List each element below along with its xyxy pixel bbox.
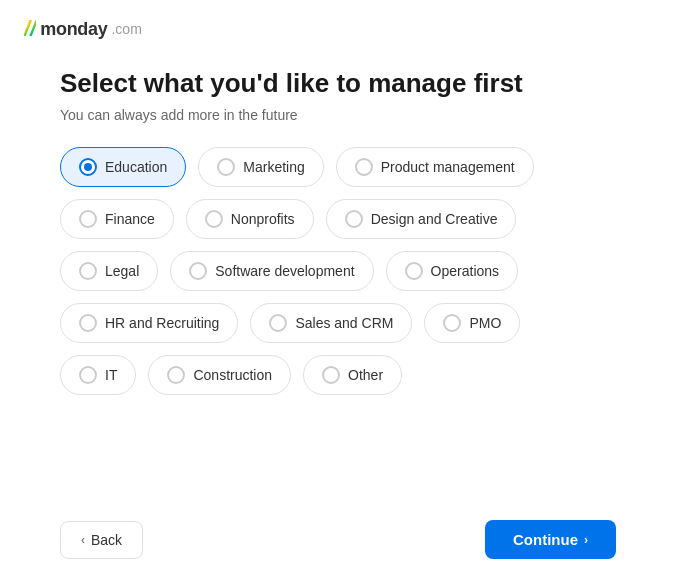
option-chip-education[interactable]: Education [60,147,186,187]
radio-circle-design-and-creative [345,210,363,228]
option-label-other: Other [348,367,383,383]
radio-circle-construction [167,366,185,384]
option-label-finance: Finance [105,211,155,227]
radio-circle-legal [79,262,97,280]
radio-circle-operations [405,262,423,280]
option-label-construction: Construction [193,367,272,383]
footer: ‹ Back Continue › [0,504,676,575]
radio-circle-sales-and-crm [269,314,287,332]
radio-circle-finance [79,210,97,228]
option-chip-marketing[interactable]: Marketing [198,147,323,187]
option-label-hr-and-recruiting: HR and Recruiting [105,315,219,331]
radio-circle-marketing [217,158,235,176]
back-button-label: Back [91,532,122,548]
option-chip-finance[interactable]: Finance [60,199,174,239]
option-label-legal: Legal [105,263,139,279]
option-chip-it[interactable]: IT [60,355,136,395]
header: // monday.com [0,0,676,58]
chevron-right-icon: › [584,533,588,547]
option-chip-construction[interactable]: Construction [148,355,291,395]
radio-dot-education [84,163,92,171]
option-label-sales-and-crm: Sales and CRM [295,315,393,331]
radio-circle-pmo [443,314,461,332]
page-subtitle: You can always add more in the future [60,107,616,123]
option-chip-other[interactable]: Other [303,355,402,395]
option-chip-nonprofits[interactable]: Nonprofits [186,199,314,239]
option-chip-pmo[interactable]: PMO [424,303,520,343]
radio-circle-education [79,158,97,176]
option-chip-product-management[interactable]: Product management [336,147,534,187]
option-label-education: Education [105,159,167,175]
option-label-pmo: PMO [469,315,501,331]
main-content: Select what you'd like to manage first Y… [0,58,676,504]
page-title: Select what you'd like to manage first [60,68,616,99]
options-grid: EducationMarketingProduct managementFina… [60,147,606,395]
continue-button[interactable]: Continue › [485,520,616,559]
option-label-design-and-creative: Design and Creative [371,211,498,227]
option-label-marketing: Marketing [243,159,304,175]
option-label-product-management: Product management [381,159,515,175]
option-label-it: IT [105,367,117,383]
option-chip-software-development[interactable]: Software development [170,251,373,291]
options-container: EducationMarketingProduct managementFina… [60,147,616,484]
option-chip-hr-and-recruiting[interactable]: HR and Recruiting [60,303,238,343]
option-chip-design-and-creative[interactable]: Design and Creative [326,199,517,239]
option-label-software-development: Software development [215,263,354,279]
radio-circle-nonprofits [205,210,223,228]
back-button[interactable]: ‹ Back [60,521,143,559]
continue-button-label: Continue [513,531,578,548]
options-scroll[interactable]: EducationMarketingProduct managementFina… [60,147,616,417]
radio-circle-product-management [355,158,373,176]
logo-waves: // [24,16,36,42]
option-label-nonprofits: Nonprofits [231,211,295,227]
logo-name: monday [40,19,107,40]
option-chip-legal[interactable]: Legal [60,251,158,291]
option-chip-sales-and-crm[interactable]: Sales and CRM [250,303,412,343]
option-chip-operations[interactable]: Operations [386,251,518,291]
radio-circle-hr-and-recruiting [79,314,97,332]
radio-circle-software-development [189,262,207,280]
radio-circle-it [79,366,97,384]
logo: // monday.com [24,16,142,42]
chevron-left-icon: ‹ [81,533,85,547]
radio-circle-other [322,366,340,384]
logo-tld: .com [111,21,141,37]
option-label-operations: Operations [431,263,499,279]
